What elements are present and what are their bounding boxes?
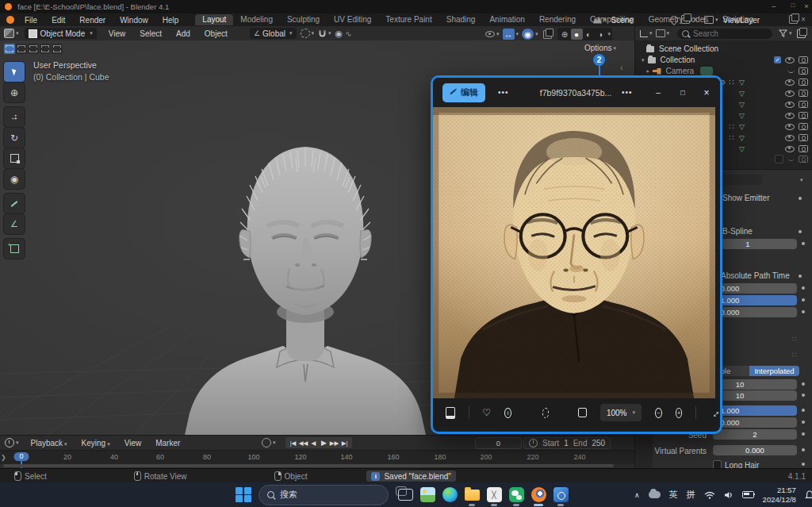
render-amount-animdot[interactable] bbox=[802, 394, 805, 397]
fullscreen-icon[interactable]: ↔ bbox=[707, 405, 722, 421]
object-hide-icon[interactable] bbox=[785, 90, 795, 97]
tray-expand-icon[interactable]: ∧ bbox=[634, 491, 640, 499]
orientation-dropdown[interactable]: ∠ Global ▾ bbox=[250, 28, 297, 39]
shading-material-button[interactable]: ◐ bbox=[583, 29, 595, 40]
threshold-animdot[interactable] bbox=[802, 421, 805, 424]
zoom-in-icon[interactable]: + bbox=[676, 408, 683, 418]
tool-transform[interactable]: ◉ bbox=[4, 169, 25, 189]
camera-render-icon[interactable] bbox=[799, 67, 808, 75]
outliner-scope-dropdown[interactable]: ▾ bbox=[656, 29, 670, 37]
collection-render-icon[interactable] bbox=[799, 56, 808, 63]
wifi-icon[interactable] bbox=[704, 491, 715, 499]
seed-field[interactable]: 2 bbox=[713, 429, 797, 440]
object-render-icon[interactable] bbox=[799, 134, 808, 141]
snap-dropdown[interactable]: ▾ bbox=[318, 29, 331, 38]
outliner-row-scene-collection[interactable]: Scene Collection bbox=[635, 44, 812, 54]
next-keyframe-button[interactable]: ▶▶ bbox=[329, 440, 339, 447]
workspace-tab-texture-paint[interactable]: Texture Paint bbox=[378, 14, 439, 25]
zoom-out-icon[interactable]: − bbox=[655, 408, 662, 418]
virtual-parents-animdot[interactable] bbox=[802, 448, 805, 451]
apt-animdot[interactable] bbox=[799, 275, 802, 278]
favorite-icon[interactable]: ♡ bbox=[482, 407, 491, 418]
workspace-tab-shading[interactable]: Shading bbox=[439, 14, 483, 25]
current-frame-field[interactable]: 0 bbox=[475, 437, 522, 449]
see-more-button[interactable]: ••• bbox=[498, 88, 509, 97]
object-render-icon[interactable] bbox=[799, 156, 808, 163]
tool-measure[interactable]: ∠ bbox=[4, 214, 25, 234]
menu-keying[interactable]: Keying▾ bbox=[75, 439, 117, 447]
particle-settings-chevron-icon[interactable]: ▾ bbox=[800, 177, 803, 183]
proportional-editing-dropdown[interactable]: ◉ ∿ bbox=[335, 29, 352, 39]
object-render-icon[interactable] bbox=[799, 123, 808, 130]
menu-window[interactable]: Window bbox=[113, 16, 155, 25]
outliner-filter-dropdown[interactable]: ▾ bbox=[779, 29, 792, 37]
ime-english-indicator[interactable]: 英 bbox=[669, 489, 678, 501]
menu-marker[interactable]: Marker bbox=[148, 439, 187, 447]
playhead-frame-badge[interactable]: 0 bbox=[13, 452, 29, 461]
path-end-animdot[interactable] bbox=[802, 298, 805, 302]
timeline-ruler[interactable]: ❯ 0 20 40 60 80 100 120 140 160 180 200 … bbox=[0, 450, 634, 464]
menu-help[interactable]: Help bbox=[155, 16, 186, 25]
object-render-icon[interactable] bbox=[799, 112, 808, 119]
collection-hide-icon[interactable] bbox=[785, 57, 795, 63]
battery-icon[interactable] bbox=[742, 491, 754, 498]
pivot-dropdown[interactable]: ▾ bbox=[301, 29, 315, 38]
options-dropdown[interactable]: Options▾ bbox=[584, 44, 616, 52]
menu-file[interactable]: File bbox=[17, 16, 44, 25]
fit-to-window-icon[interactable] bbox=[578, 408, 587, 417]
shading-wireframe-button[interactable]: ⊕ bbox=[559, 29, 571, 40]
menu-render[interactable]: Render bbox=[72, 16, 113, 25]
menu-playback[interactable]: Playback▾ bbox=[24, 439, 75, 447]
menu-edit[interactable]: Edit bbox=[44, 16, 72, 25]
more-options-button[interactable]: ••• bbox=[622, 88, 633, 97]
overlays-dropdown[interactable]: ◉ ▾ bbox=[522, 29, 538, 40]
workspace-tab-animation[interactable]: Animation bbox=[482, 14, 531, 25]
b-spline-animdot[interactable] bbox=[799, 230, 802, 233]
wechat-task-icon[interactable] bbox=[508, 486, 525, 504]
tool-rotate[interactable]: ↻ bbox=[4, 128, 25, 148]
outliner-row-collection[interactable]: ▾ Collection ✓ bbox=[635, 55, 812, 65]
xray-toggle-icon[interactable] bbox=[543, 30, 552, 39]
object-hide-icon[interactable] bbox=[785, 102, 795, 108]
new-view-layer-icon[interactable] bbox=[789, 15, 798, 24]
zoom-level-dropdown[interactable]: 100%▾ bbox=[600, 404, 642, 421]
close-button[interactable]: × bbox=[801, 2, 812, 10]
tool-cursor[interactable]: ⊕ bbox=[4, 83, 25, 102]
timeline-editor-type[interactable]: ▾ bbox=[5, 438, 19, 447]
workspace-tab-uv-editing[interactable]: UV Editing bbox=[327, 14, 378, 25]
collection-checkbox[interactable]: ✓ bbox=[774, 56, 781, 63]
show-emitter-animdot[interactable] bbox=[799, 197, 802, 200]
workspace-tab-layout[interactable]: Layout bbox=[195, 14, 233, 25]
jump-to-end-button[interactable]: ▶| bbox=[339, 440, 350, 447]
display-amount-animdot[interactable] bbox=[802, 382, 805, 386]
path-start-animdot[interactable] bbox=[802, 286, 805, 290]
object-hide-icon[interactable] bbox=[785, 146, 795, 152]
select-mode-subtract[interactable] bbox=[28, 44, 39, 54]
volume-icon[interactable] bbox=[724, 491, 733, 499]
path-random-animdot[interactable] bbox=[802, 310, 805, 313]
tool-annotate[interactable] bbox=[4, 194, 25, 213]
filmstrip-toggle-icon[interactable] bbox=[446, 407, 455, 419]
outliner-display-mode[interactable]: ▾ bbox=[640, 30, 653, 37]
select-mode-invert[interactable] bbox=[40, 44, 51, 54]
edge-task-icon[interactable] bbox=[441, 486, 458, 504]
sidebar-toggle-icon[interactable]: ‹ bbox=[620, 63, 623, 72]
onedrive-icon[interactable] bbox=[649, 491, 661, 498]
new-collection-button[interactable] bbox=[797, 29, 806, 38]
tool-scale[interactable] bbox=[4, 148, 25, 168]
maximize-button[interactable]: □ bbox=[787, 2, 799, 9]
object-hide-icon[interactable] bbox=[785, 124, 795, 130]
object-hidden-icon[interactable] bbox=[787, 157, 795, 161]
tool-move[interactable]: ↔↔ bbox=[4, 107, 25, 127]
timeline-scrollbar[interactable] bbox=[3, 464, 614, 467]
select-mode-new[interactable] bbox=[4, 44, 15, 54]
steps-animdot[interactable] bbox=[802, 242, 805, 245]
object-hide-icon[interactable] bbox=[785, 113, 795, 119]
unlink-scene-icon[interactable]: × bbox=[693, 15, 698, 24]
file-info-icon[interactable]: i bbox=[504, 408, 511, 418]
children-interpolated-button[interactable]: Interpolated bbox=[749, 366, 799, 376]
timeline-expand-icon[interactable]: ❯ bbox=[1, 454, 6, 461]
object-render-icon[interactable] bbox=[799, 90, 808, 97]
object-hide-icon[interactable] bbox=[785, 135, 795, 141]
select-mode-intersect[interactable] bbox=[52, 44, 63, 54]
